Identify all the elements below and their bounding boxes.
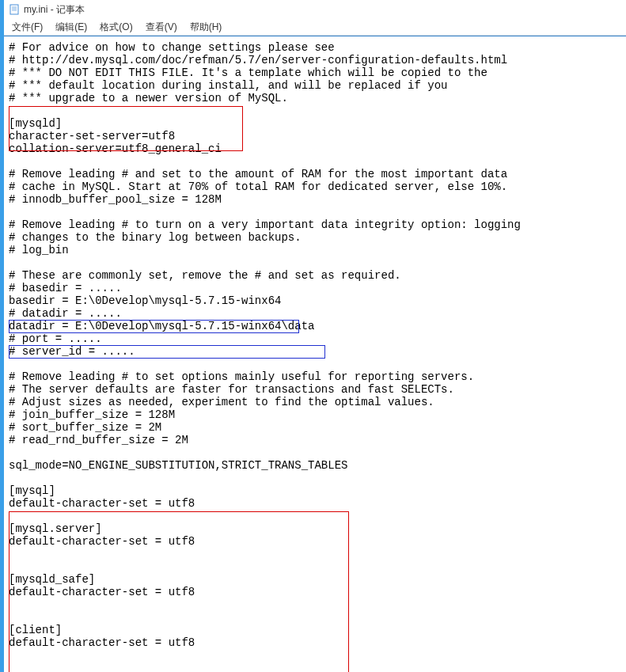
editor-line: # *** upgrade to a newer version of MySQ… (9, 92, 621, 104)
editor-line: [mysql.server] (9, 522, 621, 535)
editor-line (9, 446, 621, 459)
editor-line: # *** default location during install, a… (9, 79, 621, 92)
titlebar[interactable]: my.ini - 记事本 (4, 0, 626, 19)
editor-line: collation-server=utf8_general_ci (9, 142, 621, 155)
editor-line (9, 611, 621, 624)
editor-line: # changes to the binary log between back… (9, 231, 621, 244)
editor-line: # sort_buffer_size = 2M (9, 421, 621, 434)
editor-line: [mysql] (9, 484, 621, 497)
editor-line: # These are commonly set, remove the # a… (9, 269, 621, 282)
menu-view[interactable]: 查看(V) (146, 21, 177, 34)
svg-rect-0 (10, 5, 18, 14)
menu-edit[interactable]: 编辑(E) (55, 21, 87, 34)
editor-line (9, 598, 621, 611)
notepad-window: my.ini - 记事本 文件(F) 编辑(E) 格式(O) 查看(V) 帮助(… (0, 0, 626, 672)
editor-line: # join_buffer_size = 128M (9, 408, 621, 421)
editor-content[interactable]: # For advice on how to change settings p… (4, 36, 626, 654)
editor-line: sql_mode=NO_ENGINE_SUBSTITUTION,STRICT_T… (9, 459, 621, 472)
editor-line: # read_rnd_buffer_size = 2M (9, 434, 621, 446)
editor-line (9, 548, 621, 560)
editor-line: basedir = E:\0Develop\mysql-5.7.15-winx6… (9, 294, 621, 307)
editor-line (9, 206, 621, 218)
menu-file[interactable]: 文件(F) (12, 21, 43, 34)
editor-line: character-set-server=utf8 (9, 130, 621, 142)
editor-line: # datadir = ..... (9, 307, 621, 320)
window-title: my.ini - 记事本 (24, 3, 85, 17)
editor-line: # log_bin (9, 244, 621, 256)
editor-line: [mysqld] (9, 117, 621, 130)
editor-line: # port = ..... (9, 332, 621, 345)
editor-line (9, 104, 621, 117)
editor-line: # innodb_buffer_pool_size = 128M (9, 193, 621, 206)
editor-line: datadir = E:\0Develop\mysql-5.7.15-winx6… (9, 320, 621, 332)
menu-help[interactable]: 帮助(H) (190, 21, 222, 34)
editor-line: # Remove leading # and set to the amount… (9, 168, 621, 180)
editor-line: # *** DO NOT EDIT THIS FILE. It's a temp… (9, 66, 621, 79)
notepad-icon (9, 4, 20, 15)
editor-line: # Remove leading # to set options mainly… (9, 370, 621, 383)
editor-line: # The server defaults are faster for tra… (9, 383, 621, 396)
editor-line: # http://dev.mysql.com/doc/refman/5.7/en… (9, 54, 621, 66)
editor-line (9, 155, 621, 168)
editor-line: # Adjust sizes as needed, experiment to … (9, 396, 621, 408)
editor-line (9, 358, 621, 370)
menu-format[interactable]: 格式(O) (100, 21, 132, 34)
editor-line: default-character-set = utf8 (9, 535, 621, 548)
editor-line (9, 256, 621, 269)
editor-line: # cache in MySQL. Start at 70% of total … (9, 180, 621, 193)
menubar: 文件(F) 编辑(E) 格式(O) 查看(V) 帮助(H) (4, 19, 626, 36)
editor-line: # server_id = ..... (9, 345, 621, 358)
editor-line (9, 472, 621, 484)
editor-line: # basedir = ..... (9, 282, 621, 294)
editor-line: default-character-set = utf8 (9, 636, 621, 649)
editor-line (9, 560, 621, 573)
editor-line: default-character-set = utf8 (9, 497, 621, 510)
editor-line: default-character-set = utf8 (9, 586, 621, 598)
editor-line: [client] (9, 624, 621, 636)
editor-line: # For advice on how to change settings p… (9, 41, 621, 54)
editor-line: # Remove leading # to turn on a very imp… (9, 218, 621, 231)
editor-line (9, 510, 621, 522)
editor-line: [mysqld_safe] (9, 573, 621, 586)
